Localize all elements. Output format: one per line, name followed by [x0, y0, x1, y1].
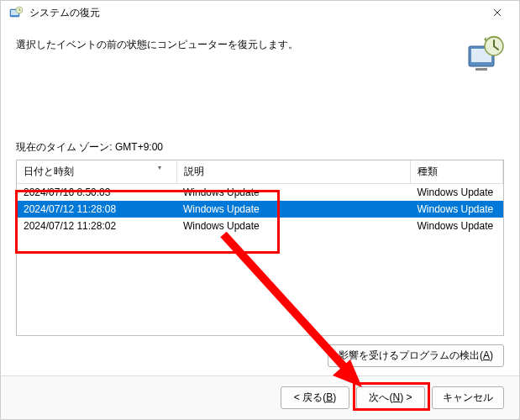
close-button[interactable]: [478, 1, 516, 24]
system-restore-window: システムの復元 選択したイベントの前の状態にコンピューターを復元します。: [0, 0, 520, 420]
window-title: システムの復元: [29, 6, 100, 20]
back-button[interactable]: < 戻る(B): [281, 386, 349, 409]
restore-points-table: 日付と時刻 ▾ 説明 種類 2024/07/16 8:50:03Windows …: [17, 160, 503, 234]
cell-type: Windows Update: [411, 201, 503, 218]
header-description[interactable]: 説明: [176, 160, 411, 184]
system-restore-icon: [9, 6, 23, 19]
cell-type: Windows Update: [411, 184, 503, 202]
timezone-label: 現在のタイム ゾーン: GMT+9:00: [16, 140, 504, 155]
header-type[interactable]: 種類: [411, 160, 503, 184]
cell-description: Windows Update: [176, 201, 411, 218]
next-button[interactable]: 次へ(N) >: [356, 386, 425, 409]
table-row[interactable]: 2024/07/12 11:28:02Windows UpdateWindows…: [17, 218, 503, 234]
titlebar: システムの復元: [1, 1, 519, 24]
cell-description: Windows Update: [176, 184, 411, 202]
restore-points-table-container: 日付と時刻 ▾ 説明 種類 2024/07/16 8:50:03Windows …: [16, 160, 504, 336]
scan-affected-programs-button[interactable]: 影響を受けるプログラムの検出(A): [328, 344, 504, 367]
header-datetime[interactable]: 日付と時刻 ▾: [17, 160, 176, 184]
cell-datetime: 2024/07/12 11:28:08: [17, 201, 176, 218]
cell-description: Windows Update: [176, 218, 411, 234]
page-subtitle: 選択したイベントの前の状態にコンピューターを復元します。: [16, 34, 298, 52]
cell-datetime: 2024/07/16 8:50:03: [17, 184, 176, 202]
restore-hero-icon: [464, 34, 504, 75]
table-row[interactable]: 2024/07/12 11:28:08Windows UpdateWindows…: [17, 201, 503, 218]
svg-rect-5: [475, 68, 487, 71]
cell-datetime: 2024/07/12 11:28:02: [17, 218, 176, 234]
footer-buttons: < 戻る(B) 次へ(N) > キャンセル: [1, 375, 519, 419]
svg-marker-7: [484, 37, 486, 42]
content-area: 選択したイベントの前の状態にコンピューターを復元します。 現在のタイム ゾーン:…: [1, 24, 519, 375]
table-row[interactable]: 2024/07/16 8:50:03Windows UpdateWindows …: [17, 184, 503, 202]
cell-type: Windows Update: [411, 218, 503, 234]
sort-indicator-icon: ▾: [158, 164, 161, 171]
cancel-button[interactable]: キャンセル: [432, 386, 504, 409]
